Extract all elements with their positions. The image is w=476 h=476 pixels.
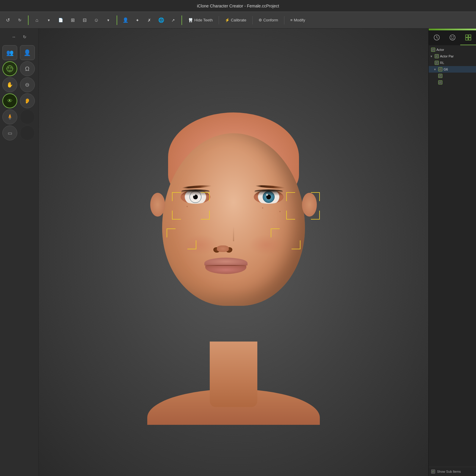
body-button[interactable]: ✗ — [144, 15, 155, 26]
svg-rect-12 — [469, 35, 471, 37]
expression-button[interactable]: ☺ — [91, 15, 102, 26]
scene-tree: Actor ▼ Actor Par RL ▼ G6 — [429, 45, 476, 467]
hand-tool[interactable]: ✋ — [2, 77, 17, 92]
expression-dropdown[interactable]: ▼ — [103, 15, 114, 26]
actor-label: Actor — [436, 48, 444, 51]
main-layout: ↔ ↻ 👥 👤 Ω ✋ — [0, 29, 476, 476]
right-eyelashes — [255, 190, 283, 192]
tab-expression[interactable] — [444, 30, 460, 45]
svg-point-1 — [8, 67, 9, 68]
empty-slot-2 — [20, 126, 35, 140]
nose-bridge — [233, 226, 234, 241]
separator-2 — [117, 15, 117, 25]
nose-tip-center — [217, 245, 229, 252]
sub1-checkbox[interactable] — [438, 74, 442, 78]
nose — [216, 226, 250, 253]
conform-button[interactable]: ⚙ Conform — [256, 15, 281, 26]
sub2-checkbox[interactable] — [438, 80, 442, 84]
svg-point-8 — [450, 35, 455, 40]
face-morph-tool[interactable] — [2, 61, 17, 76]
tab-scene[interactable] — [460, 30, 476, 45]
cheek-right — [248, 234, 284, 255]
tree-item-g6[interactable]: ▼ G6 — [429, 66, 476, 73]
g6-checkbox[interactable] — [438, 67, 442, 71]
ear-tool[interactable]: 👂 — [20, 93, 35, 108]
expand-button[interactable]: ↔ — [9, 32, 19, 42]
neck — [210, 342, 257, 407]
tree-item-actor-par[interactable]: ▼ Actor Par — [429, 53, 476, 60]
app-title: iClone Character Creator - Female.ccProj… — [197, 4, 279, 8]
dropdown-arrow[interactable]: ▼ — [43, 15, 54, 26]
tool-grid: 👥 👤 Ω ✋ ⊖ 👁 — [1, 44, 37, 142]
empty-slot-1 — [20, 109, 35, 124]
nose-tip — [214, 243, 232, 253]
arrow-button[interactable]: ↗ — [168, 15, 178, 26]
upper-lip — [204, 258, 248, 265]
freckle — [279, 211, 281, 212]
eyes-area — [169, 190, 298, 204]
show-sub-items-checkbox[interactable] — [431, 469, 435, 474]
separator-1 — [28, 15, 29, 25]
lip-line — [205, 265, 247, 266]
eye-tool[interactable]: 👁 — [2, 93, 17, 108]
body-shape-tool[interactable]: 🧍 — [2, 109, 17, 124]
character-display — [39, 29, 428, 476]
left-eyebrow — [182, 185, 212, 189]
actor-par-label: Actor Par — [440, 54, 454, 58]
omega-tool[interactable]: Ω — [20, 61, 35, 76]
figure-button[interactable]: 👤 — [120, 15, 131, 26]
redo-button[interactable]: ↻ — [14, 15, 25, 26]
left-panel: ↔ ↻ 👥 👤 Ω ✋ — [0, 29, 39, 476]
rl-label: RL — [440, 61, 444, 65]
rl-checkbox[interactable] — [435, 61, 439, 65]
right-eyebrow — [255, 185, 285, 189]
toolbar: ↺ ↻ ⌂ ▼ 📄 ⊞ ⊟ ☺ ▼ 👤 ✦ ✗ 🌐 ↗ 🦷 Hide Teeth… — [0, 12, 476, 29]
cheek-left — [183, 234, 219, 255]
globe-button[interactable]: 🌐 — [156, 15, 167, 26]
refresh-button[interactable]: ↻ — [20, 32, 29, 42]
undo-button[interactable]: ↺ — [2, 15, 13, 26]
right-ear — [302, 193, 317, 217]
actor-par-checkbox[interactable] — [435, 54, 439, 58]
calibrate-button[interactable]: ⚡ Calibrate — [222, 15, 249, 26]
tab-timeline[interactable] — [429, 30, 444, 45]
right-panel: Actor ▼ Actor Par RL ▼ G6 — [428, 29, 476, 476]
g6-expand[interactable]: ▼ — [433, 68, 437, 71]
tree-item-actor[interactable]: Actor — [429, 46, 476, 53]
svg-rect-14 — [469, 38, 471, 40]
show-sub-items-label: Show Sub Items — [437, 470, 461, 473]
freckle — [262, 207, 263, 209]
tree-item-sub1[interactable] — [429, 73, 476, 79]
face-edit-button[interactable]: ✦ — [132, 15, 143, 26]
mouth — [202, 258, 265, 274]
separator-6 — [284, 16, 284, 24]
lower-lip — [205, 266, 246, 274]
svg-point-0 — [7, 66, 13, 72]
delete-button[interactable]: ⊟ — [79, 15, 90, 26]
tree-item-rl[interactable]: RL — [429, 60, 476, 66]
panel-bottom: Show Sub Items — [429, 467, 476, 476]
home-button[interactable]: ⌂ — [32, 15, 42, 26]
actor-par-expand[interactable]: ▼ — [430, 55, 433, 58]
hide-teeth-button[interactable]: 🦷 Hide Teeth — [185, 15, 216, 26]
half-body-tool[interactable]: 👤 — [20, 45, 35, 60]
title-bar: iClone Character Creator - Female.ccProj… — [0, 0, 476, 12]
import-button[interactable]: 📄 — [55, 15, 66, 26]
svg-point-2 — [10, 67, 12, 68]
actor-checkbox[interactable] — [431, 48, 435, 52]
modify-button[interactable]: ≡ Modify — [287, 15, 308, 26]
left-ear — [150, 193, 165, 217]
panel-tabs — [429, 30, 476, 45]
left-eye-group — [181, 190, 213, 204]
cloth-tool[interactable]: ▭ — [2, 126, 17, 140]
full-body-tool[interactable]: 👥 — [2, 45, 17, 60]
freckle — [187, 206, 188, 207]
cup-tool[interactable]: ⊖ — [20, 77, 35, 92]
svg-rect-13 — [466, 38, 468, 40]
tree-item-sub2[interactable] — [429, 79, 476, 86]
add-button[interactable]: ⊞ — [67, 15, 78, 26]
separator-4 — [219, 16, 219, 24]
viewport[interactable] — [39, 29, 428, 476]
svg-rect-11 — [466, 35, 468, 37]
svg-point-9 — [451, 37, 452, 37]
